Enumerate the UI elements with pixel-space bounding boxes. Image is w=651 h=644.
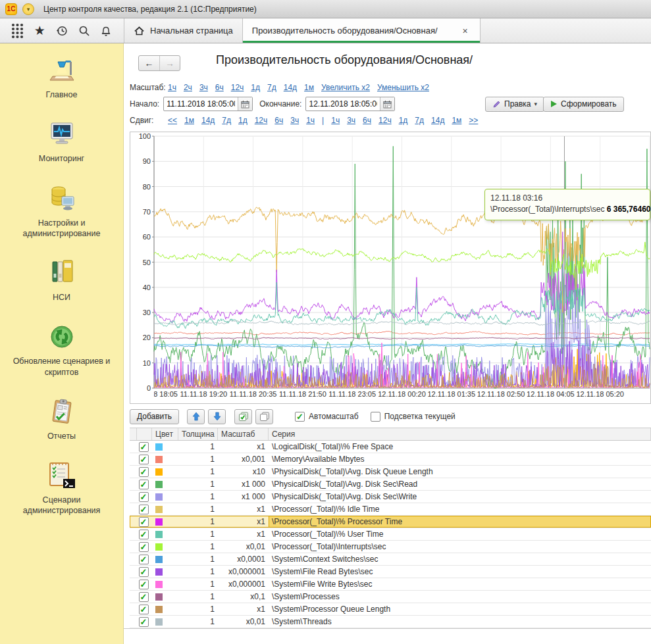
series-table-row-8[interactable]: 1x1\Processor(_Total)\% User Time xyxy=(130,528,651,541)
scale-link-0[interactable]: 1ч xyxy=(168,83,176,92)
sidebar-item-3[interactable]: Настройки и администрирование xyxy=(6,184,118,239)
series-table-row-7[interactable]: 1x1\Processor(_Total)\% Processor Time xyxy=(130,516,651,528)
series-color-swatch[interactable] xyxy=(155,531,163,538)
favorites-star-icon[interactable]: ★ xyxy=(30,22,49,40)
series-color-swatch[interactable] xyxy=(155,618,163,626)
shift-back-link-5[interactable]: 12ч xyxy=(255,116,268,125)
tab-performance[interactable]: Производительность оборудования/Основная… xyxy=(243,18,481,43)
sidebar-item-2[interactable]: Мониторинг xyxy=(6,119,118,164)
uncheck-all-button[interactable] xyxy=(255,409,273,424)
series-enabled-checkbox[interactable] xyxy=(139,567,149,577)
series-thickness[interactable]: 1 xyxy=(178,566,218,578)
series-table-row-6[interactable]: 1x1\Processor(_Total)\% Idle Time xyxy=(130,503,651,516)
series-thickness[interactable]: 1 xyxy=(178,478,218,490)
series-thickness[interactable]: 1 xyxy=(178,466,218,478)
end-datetime-input[interactable] xyxy=(306,99,380,109)
series-scale[interactable]: x1 xyxy=(218,503,269,515)
series-name[interactable]: \Processor(_Total)\% Processor Time xyxy=(269,516,651,528)
series-name[interactable]: \Processor(_Total)\% Idle Time xyxy=(269,503,651,515)
scale-link-6[interactable]: 7д xyxy=(267,83,276,92)
series-name[interactable]: \PhysicalDisk(_Total)\Avg. Disk Queue Le… xyxy=(269,466,651,478)
series-scale[interactable]: x1 xyxy=(218,528,269,540)
series-color-swatch[interactable] xyxy=(155,481,163,488)
scale-link-8[interactable]: 1м xyxy=(304,83,314,92)
series-table-row-2[interactable]: 1x0,001\Memory\Available Mbytes xyxy=(130,453,651,466)
series-thickness[interactable]: 1 xyxy=(178,441,218,453)
series-color-swatch[interactable] xyxy=(155,543,163,551)
shift-forward-link-7[interactable]: 1м xyxy=(452,116,461,125)
series-enabled-checkbox[interactable] xyxy=(139,542,149,552)
series-name[interactable]: \System\File Read Bytes\sec xyxy=(269,566,651,578)
series-enabled-checkbox[interactable] xyxy=(139,605,149,614)
series-thickness[interactable]: 1 xyxy=(178,491,218,503)
shift-forward-link-2[interactable]: 6ч xyxy=(363,116,371,125)
scale-link-5[interactable]: 1д xyxy=(251,83,260,92)
series-thickness[interactable]: 1 xyxy=(178,453,218,465)
series-enabled-checkbox[interactable] xyxy=(139,580,149,589)
shift-forward-link-8[interactable]: >> xyxy=(469,116,478,125)
move-up-button[interactable] xyxy=(187,409,205,424)
series-name[interactable]: \System\Processes xyxy=(269,591,651,603)
series-scale[interactable]: x1 000 xyxy=(218,491,269,503)
search-icon[interactable] xyxy=(75,22,93,40)
zoom-in-link[interactable]: Увеличить x2 xyxy=(321,83,370,92)
series-enabled-checkbox[interactable] xyxy=(139,617,149,627)
series-scale[interactable]: x1 000 xyxy=(218,478,269,490)
move-down-button[interactable] xyxy=(208,409,226,424)
series-table-row-4[interactable]: 1x1 000\PhysicalDisk(_Total)\Avg. Disk S… xyxy=(130,478,651,491)
series-scale[interactable]: x1 xyxy=(218,516,269,528)
series-name[interactable]: \PhysicalDisk(_Total)\Avg. Disk Sec\Writ… xyxy=(269,491,651,503)
series-name[interactable]: \System\File Write Bytes\sec xyxy=(269,578,651,590)
series-color-swatch[interactable] xyxy=(155,468,163,476)
shift-back-link-6[interactable]: 6ч xyxy=(274,116,283,125)
shift-forward-link-6[interactable]: 14д xyxy=(431,116,444,125)
series-name[interactable]: \PhysicalDisk(_Total)\Avg. Disk Sec\Read xyxy=(269,478,651,490)
shift-forward-link-1[interactable]: 3ч xyxy=(347,116,355,125)
series-enabled-checkbox[interactable] xyxy=(139,555,149,564)
sidebar-item-7[interactable]: Сценарии администрирования xyxy=(6,460,118,516)
series-scale[interactable]: x0,000001 xyxy=(218,578,269,590)
series-name[interactable]: \LogicalDisk(_Total)\% Free Space xyxy=(269,441,651,453)
series-color-swatch[interactable] xyxy=(155,568,163,576)
series-thickness[interactable]: 1 xyxy=(178,553,218,565)
series-thickness[interactable]: 1 xyxy=(178,528,218,540)
series-scale[interactable]: x0,000001 xyxy=(218,566,269,578)
series-table-row-15[interactable]: 1x0,01\System\Threads xyxy=(130,616,651,628)
series-thickness[interactable]: 1 xyxy=(178,578,218,590)
series-thickness[interactable]: 1 xyxy=(178,591,218,603)
shift-back-link-2[interactable]: 14д xyxy=(201,116,215,125)
sidebar-item-5[interactable]: Обновление сценариев и скриптов xyxy=(6,322,118,378)
series-thickness[interactable]: 1 xyxy=(178,516,218,528)
series-thickness[interactable]: 1 xyxy=(178,603,218,615)
series-name[interactable]: \System\Processor Queue Length xyxy=(269,603,651,615)
series-table-row-14[interactable]: 1x1\System\Processor Queue Length xyxy=(130,603,651,616)
chart-canvas[interactable] xyxy=(130,132,650,403)
series-table-row-12[interactable]: 1x0,000001\System\File Write Bytes\sec xyxy=(130,578,651,591)
series-scale[interactable]: x0,01 xyxy=(218,616,269,628)
series-scale[interactable]: x0,001 xyxy=(218,453,269,465)
generate-button[interactable]: Сформировать xyxy=(543,97,624,112)
apps-grid-icon[interactable] xyxy=(9,22,27,40)
series-enabled-checkbox[interactable] xyxy=(139,530,149,539)
series-scale[interactable]: x0,1 xyxy=(218,591,269,603)
series-color-swatch[interactable] xyxy=(155,593,163,601)
shift-back-link-7[interactable]: 3ч xyxy=(290,116,299,125)
series-name[interactable]: \System\Context Switches\sec xyxy=(269,553,651,565)
sidebar-item-6[interactable]: Отчеты xyxy=(6,397,118,441)
shift-forward-link-0[interactable]: 1ч xyxy=(331,116,340,125)
series-scale[interactable]: x1 xyxy=(218,603,269,615)
series-name[interactable]: \System\Threads xyxy=(269,616,651,628)
forward-button[interactable]: → xyxy=(159,56,180,70)
scale-link-4[interactable]: 12ч xyxy=(231,83,244,92)
series-table-row-9[interactable]: 1x0,01\Processor(_Total)\Interrupts\sec xyxy=(130,541,651,553)
series-color-swatch[interactable] xyxy=(155,443,163,451)
series-color-swatch[interactable] xyxy=(155,456,163,463)
start-calendar-icon[interactable] xyxy=(238,97,252,111)
series-scale[interactable]: x1 xyxy=(218,441,269,453)
end-calendar-icon[interactable] xyxy=(380,97,394,111)
start-datetime-input[interactable] xyxy=(164,99,238,109)
history-icon[interactable] xyxy=(53,22,71,40)
series-enabled-checkbox[interactable] xyxy=(139,467,149,477)
back-button[interactable]: ← xyxy=(139,56,159,70)
shift-forward-link-3[interactable]: 12ч xyxy=(378,116,392,125)
